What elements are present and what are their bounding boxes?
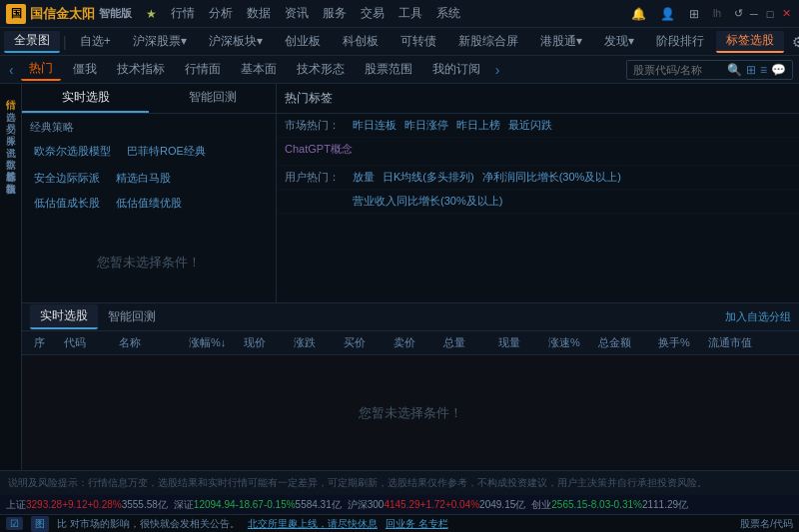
tab-sep-1: | bbox=[63, 34, 67, 50]
minimize-btn[interactable]: ─ bbox=[747, 7, 761, 21]
tag-revenue-30[interactable]: 营业收入同比增长(30%及以上) bbox=[353, 194, 502, 209]
tab-kezhuanzhai[interactable]: 可转债 bbox=[391, 31, 446, 53]
tab-zixuan[interactable]: 自选+ bbox=[70, 31, 121, 53]
nav-shuju[interactable]: 数据 bbox=[241, 3, 277, 24]
list-view-icon[interactable]: ≡ bbox=[760, 63, 767, 77]
tab-faxian[interactable]: 发现▾ bbox=[594, 31, 644, 53]
col-amt: 总金额 bbox=[594, 335, 654, 350]
bottom-tabs-bar: 实时选股 智能回测 加入自选分组 bbox=[22, 303, 799, 331]
col-code: 代码 bbox=[60, 335, 115, 350]
user-icon[interactable]: 👤 bbox=[656, 5, 679, 23]
ticker-right: 股票名/代码 bbox=[740, 517, 793, 531]
nav-gongju[interactable]: 工具 bbox=[393, 3, 428, 24]
grid-view-icon[interactable]: ⊞ bbox=[746, 63, 756, 77]
tab-hushen[interactable]: 沪深股票▾ bbox=[123, 31, 197, 53]
subnav-myorder[interactable]: 我的订阅 bbox=[424, 59, 488, 80]
subnav-jiangwo[interactable]: 僵我 bbox=[65, 59, 105, 80]
strategy-underval-growth[interactable]: 低估值成长股 bbox=[30, 194, 104, 213]
nav-fenxi[interactable]: 分析 bbox=[203, 3, 239, 24]
status-hs300-change: +1.72 bbox=[420, 499, 445, 510]
col-seq: 序 bbox=[30, 335, 60, 350]
app-logo: 国 国信金太阳 智能版 bbox=[6, 4, 132, 24]
sb-jiaoyi[interactable]: 交易 bbox=[2, 112, 20, 120]
sb-shuju[interactable]: 数据 bbox=[2, 148, 20, 156]
status-hs300-vol: 2049.15亿 bbox=[479, 498, 525, 512]
settings-icon[interactable]: ⚙ bbox=[786, 34, 799, 50]
subnav-gupiao[interactable]: 股票范围 bbox=[357, 59, 420, 80]
tab-kechuang[interactable]: 科创板 bbox=[333, 31, 389, 53]
window-buttons: ↺ ─ □ ✕ bbox=[731, 7, 793, 21]
refresh-btn[interactable]: ↺ bbox=[731, 7, 745, 21]
strategy-buffett[interactable]: 巴菲特ROE经典 bbox=[123, 142, 210, 161]
market-hot-row: 市场热门： 昨日连板 昨日涨停 昨日上榜 最近闪跌 bbox=[277, 114, 799, 138]
grid-icon[interactable]: ⊞ bbox=[685, 5, 703, 23]
status-shanghai-change: +9.12 bbox=[62, 499, 87, 510]
nav-back-arrow[interactable]: ‹ bbox=[6, 62, 17, 78]
tab-xingguzongping[interactable]: 新股综合屏 bbox=[448, 31, 528, 53]
tag-zuori-zhangtting[interactable]: 昨日涨停 bbox=[404, 118, 448, 133]
market-hot-tags: 昨日连板 昨日涨停 昨日上榜 最近闪跌 bbox=[353, 118, 552, 133]
tag-zuori-lianban[interactable]: 昨日连板 bbox=[353, 118, 397, 133]
tag-zuori-shanjdie[interactable]: 最近闪跌 bbox=[508, 118, 552, 133]
search-input[interactable] bbox=[633, 64, 723, 76]
subnav-jixing[interactable]: 技术形态 bbox=[289, 59, 353, 80]
conditions-panel: 实时选股 智能回测 经典策略 欧奈尔选股模型 巴菲特ROE经典 安全边际际派 精… bbox=[22, 84, 277, 302]
strategy-underval-quality[interactable]: 低估值绩优股 bbox=[112, 194, 186, 213]
sb-fuwu[interactable]: 服务 bbox=[2, 124, 20, 132]
sb-zixun[interactable]: 资讯 bbox=[2, 136, 20, 144]
split-area: 行情 自选 交易 服务 资讯 数据 标签选股 板块指数 实时选股 智能回测 经典… bbox=[0, 84, 799, 470]
user-hot-row: 用户热门： 放量 日K均线(多头排列) 净利润同比增长(30%及以上) bbox=[277, 166, 799, 190]
nav-jiaoyi[interactable]: 交易 bbox=[355, 3, 391, 24]
cond-tab-backtest[interactable]: 智能回测 bbox=[149, 84, 276, 113]
maximize-btn[interactable]: □ bbox=[763, 7, 777, 21]
tab-ganggu[interactable]: 港股通▾ bbox=[530, 31, 592, 53]
app-subtitle: 智能版 bbox=[99, 6, 132, 21]
sb-bankuai[interactable]: 板块指数 bbox=[2, 172, 20, 180]
tab-quanjingtu[interactable]: 全景图 bbox=[4, 31, 60, 53]
tag-zuori-shangbang[interactable]: 昨日上榜 bbox=[456, 118, 500, 133]
subnav-hot[interactable]: 热门 bbox=[21, 58, 61, 81]
user-hot-tags-2: 营业收入同比增长(30%及以上) bbox=[353, 194, 502, 209]
message-icon[interactable]: 💬 bbox=[771, 63, 786, 77]
tab-chuangye[interactable]: 创业板 bbox=[275, 31, 331, 53]
nav-hangqing[interactable]: 行情 bbox=[165, 3, 201, 24]
tag-netprofit-30[interactable]: 净利润同比增长(30%及以上) bbox=[482, 170, 621, 185]
bell-icon[interactable]: 🔔 bbox=[627, 5, 650, 23]
chatgpt-section: ChatGPT概念 bbox=[277, 138, 799, 166]
no-condition-upper: 您暂未选择条件！ bbox=[22, 223, 276, 302]
tag-rik-avg[interactable]: 日K均线(多头排列) bbox=[383, 170, 474, 185]
col-change: 涨跌 bbox=[290, 335, 340, 350]
nav-zixun[interactable]: 资讯 bbox=[279, 3, 315, 24]
subnav-jsindex[interactable]: 技术指标 bbox=[109, 59, 173, 80]
user-hot-tags: 放量 日K均线(多头排列) 净利润同比增长(30%及以上) bbox=[353, 170, 621, 185]
search-icon[interactable]: 🔍 bbox=[727, 63, 742, 77]
nav-xitong[interactable]: 系统 bbox=[430, 3, 466, 24]
sb-biaoqian[interactable]: 标签选股 bbox=[2, 160, 20, 168]
strategy-whitehorse[interactable]: 精选白马股 bbox=[112, 169, 175, 188]
nav-xinghao[interactable]: ★ bbox=[140, 5, 163, 23]
strategy-margin[interactable]: 安全边际际派 bbox=[30, 169, 104, 188]
bottom-tab-backtest[interactable]: 智能回测 bbox=[98, 305, 166, 328]
nav-fuwu[interactable]: 服务 bbox=[317, 3, 353, 24]
strategy-oneal[interactable]: 欧奈尔选股模型 bbox=[30, 142, 115, 161]
subnav-hangqing[interactable]: 行情面 bbox=[177, 59, 229, 80]
bottom-tab-realtime[interactable]: 实时选股 bbox=[30, 304, 98, 329]
tab-bar: 全景图 | 自选+ 沪深股票▾ 沪深板块▾ 创业板 科创板 可转债 新股综合屏 … bbox=[0, 28, 799, 56]
status-shenzhen-pct: -0.15% bbox=[264, 499, 296, 510]
close-btn[interactable]: ✕ bbox=[779, 7, 793, 21]
tab-jieduanpaihang[interactable]: 阶段排行 bbox=[646, 31, 714, 53]
sb-hangqing[interactable]: 行情 bbox=[2, 88, 20, 96]
tab-biaoqianxiegu[interactable]: 标签选股 bbox=[716, 31, 784, 53]
tag-fangliang[interactable]: 放量 bbox=[353, 170, 375, 185]
nav-forward-arrow[interactable]: › bbox=[492, 62, 503, 78]
cond-tab-realtime[interactable]: 实时选股 bbox=[22, 84, 149, 113]
add-to-watchlist-btn[interactable]: 加入自选分组 bbox=[725, 309, 791, 324]
ticker-link-1[interactable]: 北交所里趣上线，请尽快休息 bbox=[248, 517, 378, 531]
title-bar: 国 国信金太阳 智能版 ★ 行情 分析 数据 资讯 服务 交易 工具 系统 🔔 … bbox=[0, 0, 799, 28]
subnav-jiben[interactable]: 基本面 bbox=[233, 59, 285, 80]
tab-bankuai[interactable]: 沪深板块▾ bbox=[199, 31, 273, 53]
sb-zixuan[interactable]: 自选 bbox=[2, 100, 20, 108]
ticker-link-2[interactable]: 回业务 名专栏 bbox=[386, 517, 448, 531]
status-chuangye-change: -8.03 bbox=[587, 499, 610, 510]
status-shenzhen-label: 深证 bbox=[174, 498, 194, 512]
